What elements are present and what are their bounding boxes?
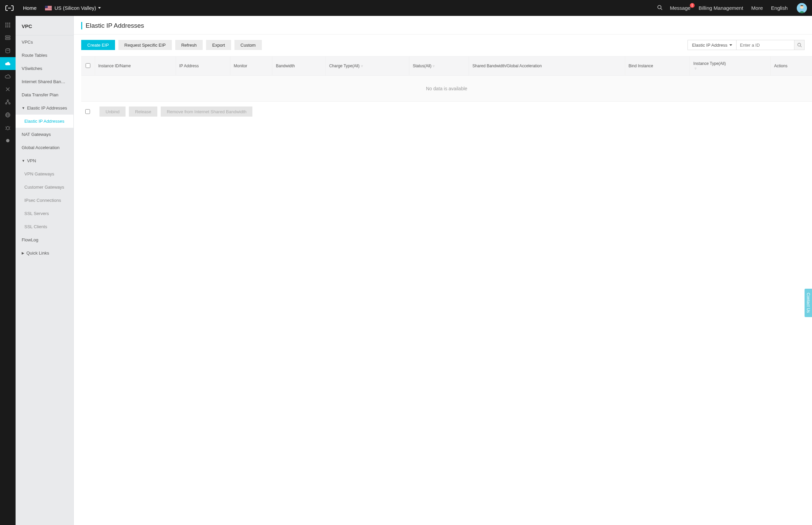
top-header: Home US (Silicon Valley) Message 1 Billi… [0,0,812,16]
region-selector[interactable]: US (Silicon Valley) [45,5,101,11]
search-icon[interactable] [657,5,663,11]
home-link[interactable]: Home [23,5,37,11]
language-link[interactable]: English [771,5,788,11]
brand-logo[interactable] [5,5,15,11]
user-avatar[interactable] [797,3,807,13]
message-link[interactable]: Message 1 [670,5,691,11]
svg-line-1 [661,9,662,10]
flag-icon [45,6,52,11]
region-label: US (Silicon Valley) [55,5,96,11]
message-badge: 1 [690,3,695,8]
svg-point-0 [658,5,661,9]
chevron-down-icon [98,7,101,9]
more-link[interactable]: More [751,5,763,11]
billing-link[interactable]: Billing Management [699,5,743,11]
